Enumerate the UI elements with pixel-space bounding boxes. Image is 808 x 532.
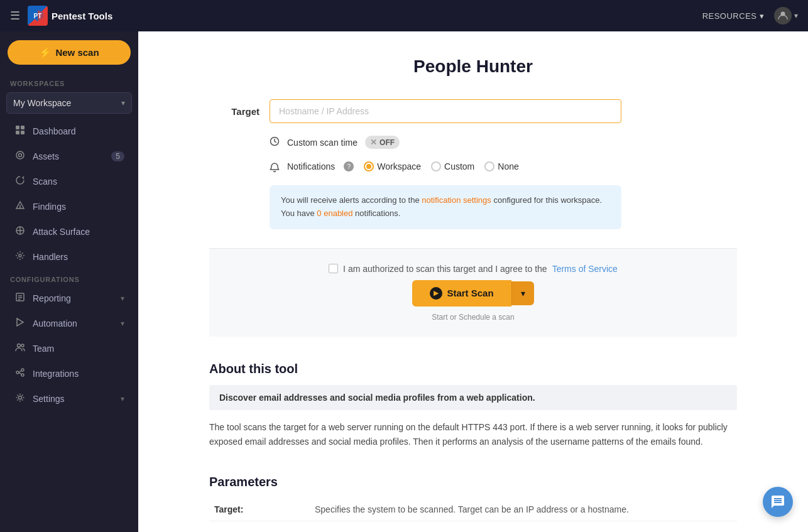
attack-surface-icon: [14, 225, 26, 238]
svg-point-14: [19, 254, 21, 257]
chat-button[interactable]: [763, 487, 793, 517]
configurations-section-label: CONFIGURATIONS: [0, 269, 138, 286]
toggle-off-label: OFF: [379, 138, 395, 147]
notification-settings-link[interactable]: notification settings: [422, 195, 491, 205]
about-section: About this tool Discover email addresses…: [209, 362, 737, 450]
sidebar-item-dashboard[interactable]: Dashboard: [4, 119, 134, 143]
enabled-notifications-link[interactable]: 0 enabled: [317, 209, 352, 218]
sidebar: ⚡ New scan WORKSPACES My Workspace ▾ Das…: [0, 31, 138, 532]
automation-label: Automation: [33, 318, 77, 328]
parameters-section: Parameters Target: Specifies the system …: [209, 475, 737, 521]
svg-point-8: [16, 151, 24, 159]
radio-custom[interactable]: Custom: [431, 161, 474, 171]
terms-of-service-link[interactable]: Terms of Service: [552, 264, 618, 274]
findings-label: Findings: [33, 202, 66, 212]
svg-point-12: [20, 207, 21, 208]
dashboard-label: Dashboard: [33, 126, 76, 136]
dashboard-icon: [14, 125, 26, 138]
radio-workspace-label: Workspace: [377, 161, 421, 171]
team-label: Team: [33, 344, 54, 354]
svg-point-24: [21, 374, 24, 376]
scan-time-toggle[interactable]: ✕ OFF: [365, 136, 400, 149]
target-input[interactable]: [270, 99, 621, 123]
hamburger-icon[interactable]: ☰: [10, 9, 20, 23]
notifications-help-icon[interactable]: ?: [344, 161, 354, 171]
new-scan-label: New scan: [55, 47, 99, 58]
sidebar-item-automation[interactable]: Automation ▾: [4, 312, 134, 335]
parameters-table: Target: Specifies the system to be scann…: [209, 498, 737, 521]
automation-icon: [14, 317, 26, 330]
reporting-label: Reporting: [33, 293, 71, 303]
handlers-icon: [14, 251, 26, 263]
settings-label: Settings: [33, 394, 65, 404]
terms-checkbox[interactable]: [329, 264, 338, 273]
new-scan-button[interactable]: ⚡ New scan: [8, 40, 131, 65]
resources-label: RESOURCES: [702, 11, 757, 21]
svg-line-26: [19, 372, 21, 374]
scan-dropdown-button[interactable]: ▾: [511, 281, 534, 305]
user-menu-button[interactable]: ▾: [774, 7, 798, 24]
start-scan-button[interactable]: ▶ Start Scan: [412, 280, 511, 307]
resources-button[interactable]: RESOURCES ▾: [702, 11, 764, 21]
sidebar-item-scans[interactable]: Scans: [4, 170, 134, 193]
topnav-left: ☰ PT Pentest Tools: [10, 6, 112, 26]
clock-icon: [270, 136, 280, 149]
sidebar-item-settings[interactable]: Settings ▾: [4, 387, 134, 411]
terms-text: I am authorized to scan this target and …: [343, 264, 547, 274]
sidebar-item-findings[interactable]: Findings: [4, 195, 134, 219]
sidebar-item-team[interactable]: Team: [4, 337, 134, 361]
findings-icon: [14, 200, 26, 213]
svg-rect-6: [16, 131, 19, 134]
integrations-icon: [14, 367, 26, 380]
reporting-icon: [14, 292, 26, 305]
notification-radio-group: Workspace Custom None: [364, 161, 518, 171]
scan-hint: Start or Schedule a scan: [432, 313, 514, 322]
workspace-selector[interactable]: My Workspace ▾: [6, 92, 132, 114]
sidebar-item-attack-surface[interactable]: Attack Surface: [4, 220, 134, 244]
topnav: ☰ PT Pentest Tools RESOURCES ▾: [0, 0, 808, 31]
svg-marker-19: [17, 318, 23, 326]
sidebar-item-handlers[interactable]: Handlers: [4, 245, 134, 269]
terms-row: I am authorized to scan this target and …: [329, 264, 618, 274]
settings-icon: [14, 393, 26, 405]
assets-badge: 5: [111, 151, 124, 161]
table-row: Target: Specifies the system to be scann…: [209, 498, 737, 521]
assets-label: Assets: [33, 151, 59, 161]
svg-rect-5: [21, 126, 25, 129]
scans-label: Scans: [33, 176, 57, 187]
team-icon: [14, 342, 26, 355]
sidebar-item-reporting[interactable]: Reporting ▾: [4, 286, 134, 310]
topnav-right: RESOURCES ▾ ▾: [702, 7, 798, 24]
bolt-icon: ⚡: [39, 46, 52, 58]
svg-rect-4: [16, 126, 19, 129]
radio-none-circle: [484, 161, 494, 171]
reporting-chevron-icon: ▾: [121, 294, 124, 303]
notifications-row: Notifications ? Workspace Custom None: [209, 161, 737, 175]
user-icon: [774, 7, 792, 24]
integrations-label: Integrations: [33, 369, 79, 379]
svg-rect-7: [21, 131, 25, 134]
sidebar-item-integrations[interactable]: Integrations: [4, 362, 134, 386]
sidebar-item-assets[interactable]: Assets 5: [4, 144, 134, 168]
notif-info-text3: notifications.: [355, 209, 400, 218]
assets-icon: [14, 150, 26, 163]
scan-dropdown-chevron-icon: ▾: [521, 288, 525, 298]
svg-point-20: [18, 344, 21, 347]
param-desc: Specifies the system to be scanned. Targ…: [310, 498, 737, 521]
bell-icon: [270, 163, 280, 175]
radio-workspace-circle: [364, 161, 374, 171]
svg-point-9: [19, 154, 22, 157]
about-description: The tool scans the target for a web serv…: [209, 420, 737, 450]
parameters-title: Parameters: [209, 475, 737, 489]
layout: ⚡ New scan WORKSPACES My Workspace ▾ Das…: [0, 31, 808, 532]
logo-icon: PT: [28, 6, 48, 26]
scan-time-row: Custom scan time ✕ OFF: [209, 136, 737, 149]
user-chevron-icon: ▾: [794, 11, 798, 20]
about-highlight: Discover email addresses and social medi…: [209, 385, 737, 410]
logo-container: PT Pentest Tools: [28, 6, 112, 26]
notif-info-text1: You will receive alerts according to the: [281, 195, 422, 205]
radio-workspace[interactable]: Workspace: [364, 161, 421, 171]
workspace-chevron-icon: ▾: [121, 99, 125, 107]
svg-text:PT: PT: [34, 13, 42, 19]
radio-none[interactable]: None: [484, 161, 518, 171]
